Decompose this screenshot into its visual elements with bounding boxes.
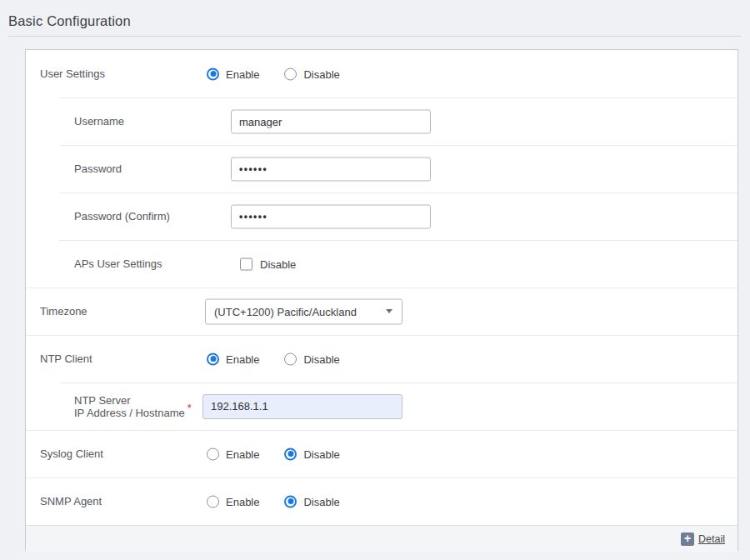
snmp-agent-radio-group: Enable Disable <box>207 495 340 508</box>
ntp-client-label: NTP Client <box>40 352 92 365</box>
disable-option-label: Disable <box>303 448 339 460</box>
panel-footer: + Detail <box>26 525 738 552</box>
aps-disable-option-label: Disable <box>260 258 296 270</box>
user-settings-enable-radio[interactable]: Enable <box>207 68 259 80</box>
password-confirm-label: Password (Confirm) <box>74 210 170 222</box>
user-settings-label: User Settings <box>40 68 105 80</box>
disable-option-label: Disable <box>303 68 339 80</box>
enable-option-label: Enable <box>226 68 259 80</box>
page-title: Basic Configuration <box>8 13 742 29</box>
row-syslog-client: Syslog Client Enable Disable <box>26 430 738 478</box>
radio-unselected-icon <box>207 495 219 508</box>
syslog-client-disable-radio[interactable]: Disable <box>284 448 339 460</box>
radio-selected-icon <box>284 448 297 460</box>
snmp-agent-label: SNMP Agent <box>40 495 102 508</box>
timezone-label: Timezone <box>40 305 88 318</box>
row-user-settings: User Settings Enable Disable <box>26 50 738 98</box>
radio-unselected-icon <box>207 448 219 460</box>
timezone-select[interactable]: (UTC+1200) Pacific/Auckland <box>205 298 402 324</box>
radio-selected-icon <box>284 495 297 508</box>
username-input[interactable] <box>231 109 431 133</box>
ntp-client-disable-radio[interactable]: Disable <box>284 352 339 365</box>
detail-link-label: Detail <box>698 533 725 545</box>
ntp-client-radio-group: Enable Disable <box>207 352 340 365</box>
checkbox-unchecked-icon <box>240 258 252 270</box>
enable-option-label: Enable <box>226 352 259 365</box>
snmp-agent-enable-radio[interactable]: Enable <box>207 495 259 508</box>
enable-option-label: Enable <box>226 495 259 508</box>
plus-icon: + <box>681 532 694 546</box>
disable-option-label: Disable <box>303 495 339 508</box>
user-settings-radio-group: Enable Disable <box>207 68 340 80</box>
aps-user-settings-label: APs User Settings <box>74 258 162 270</box>
syslog-client-enable-radio[interactable]: Enable <box>207 448 259 460</box>
username-label: Username <box>74 115 124 128</box>
syslog-client-label: Syslog Client <box>40 448 103 460</box>
enable-option-label: Enable <box>226 448 259 460</box>
disable-option-label: Disable <box>303 352 339 365</box>
chevron-down-icon <box>386 309 392 313</box>
password-label: Password <box>74 162 122 175</box>
user-settings-disable-radio[interactable]: Disable <box>284 68 339 80</box>
ntp-server-input[interactable] <box>202 394 402 419</box>
detail-button[interactable]: + Detail <box>681 532 725 546</box>
timezone-selected-value: (UTC+1200) Pacific/Auckland <box>214 305 357 318</box>
page-header: Basic Configuration <box>0 0 750 29</box>
row-password: Password <box>26 145 738 192</box>
radio-selected-icon <box>207 68 219 80</box>
syslog-client-radio-group: Enable Disable <box>207 448 340 460</box>
row-ntp-server: NTP Server IP Address / Hostname* <box>26 382 738 430</box>
radio-unselected-icon <box>284 352 297 365</box>
row-username: Username <box>26 98 738 145</box>
row-ntp-client: NTP Client Enable Disable <box>26 335 738 382</box>
header-divider <box>8 36 742 37</box>
radio-selected-icon <box>207 352 219 365</box>
snmp-agent-disable-radio[interactable]: Disable <box>284 495 339 508</box>
password-input[interactable] <box>231 157 431 181</box>
row-timezone: Timezone (UTC+1200) Pacific/Auckland <box>26 288 738 335</box>
ntp-client-enable-radio[interactable]: Enable <box>207 352 259 365</box>
row-password-confirm: Password (Confirm) <box>26 192 738 240</box>
row-snmp-agent: SNMP Agent Enable Disable <box>26 478 738 525</box>
required-asterisk: * <box>188 402 192 414</box>
ntp-server-label: NTP Server IP Address / Hostname* <box>74 394 192 419</box>
password-confirm-input[interactable] <box>231 204 431 228</box>
radio-unselected-icon <box>284 68 297 80</box>
basic-configuration-panel: User Settings Enable Disable Username Pa… <box>25 49 738 551</box>
row-aps-user-settings: APs User Settings Disable <box>26 240 738 288</box>
aps-user-settings-checkbox-option[interactable]: Disable <box>240 258 296 270</box>
